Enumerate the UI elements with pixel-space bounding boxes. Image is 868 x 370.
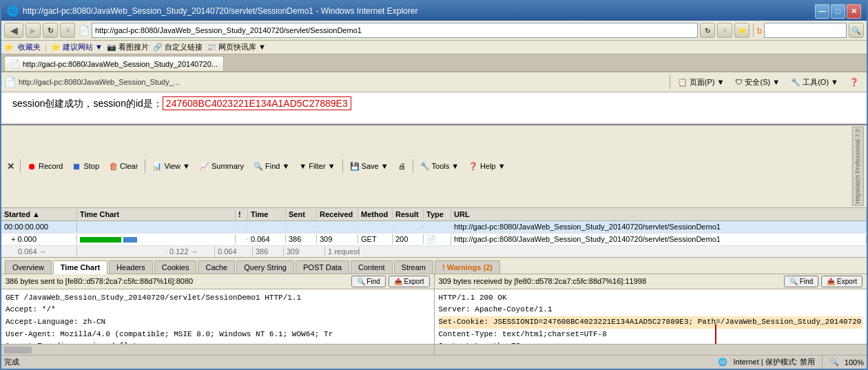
cell-type2: 📄 — [424, 234, 451, 245]
help-label: Help — [480, 162, 496, 170]
col-received[interactable]: Received — [317, 209, 358, 219]
address-icon: 📄 — [79, 25, 90, 36]
save-button[interactable]: 💾 Save ▼ — [346, 158, 393, 174]
browser-content: session创建成功，session的id是：247608BC4023221E… — [1, 92, 867, 124]
help-btn[interactable]: ❓ Help ▼ — [464, 158, 510, 174]
col-method[interactable]: Method — [358, 209, 393, 219]
window-frame: 🌐 http://gacl-pc:8080/JavaWeb_Session_St… — [0, 0, 868, 370]
request-line2: Accept: */* — [6, 304, 430, 316]
tab-overview[interactable]: Overview — [5, 260, 52, 274]
totals-arrow2: 0.122 → — [167, 247, 215, 256]
totals-started: 0.064 → — [15, 247, 77, 256]
cell-method — [358, 226, 393, 227]
tab-postdata[interactable]: POST Data — [296, 260, 349, 274]
clear-button[interactable]: 🗑 Clear — [105, 158, 142, 174]
col-timechart[interactable]: Time Chart — [77, 209, 236, 219]
stop-button[interactable]: ⏹ Stop — [68, 158, 103, 174]
forward-button[interactable]: ▶ — [25, 23, 41, 38]
address-input[interactable] — [92, 23, 698, 38]
help-menu[interactable]: ❓ — [845, 74, 864, 90]
hw-grid: 00:00:00.000 http://gacl-pc:8080/JavaWeb… — [1, 221, 867, 258]
search-input[interactable] — [764, 23, 847, 38]
col-time[interactable]: Time — [248, 209, 286, 219]
stop-btn2[interactable]: ✕ — [717, 23, 732, 38]
stop-nav-button[interactable]: ✕ — [60, 23, 75, 38]
response-line1: HTTP/1.1 200 OK — [439, 292, 863, 305]
hw-divider3 — [342, 159, 343, 173]
hw-left-content: GET /JavaWeb_Session_Study_20140720/serv… — [1, 289, 434, 344]
refresh-button[interactable]: ↻ — [43, 23, 58, 38]
cell-method2: GET — [358, 234, 393, 244]
cell-sent — [286, 226, 317, 227]
filter-icon: ▼ — [299, 162, 307, 170]
table-row[interactable]: 00:00:00.000 http://gacl-pc:8080/JavaWeb… — [1, 221, 867, 234]
col-url[interactable]: URL — [451, 209, 867, 219]
hw-left-header: 386 bytes sent to [fe80::d578:2ca7:c5fc:… — [1, 274, 434, 289]
record-button[interactable]: ⏺ Record — [23, 158, 67, 174]
tab-stream[interactable]: Stream — [394, 260, 433, 274]
right-export-button[interactable]: 📤 Export — [821, 276, 862, 287]
tools-label: Tools — [432, 162, 450, 170]
favorites-label[interactable]: 收藏夹 — [18, 42, 41, 52]
hw-right-scrollbar-h[interactable] — [435, 344, 867, 355]
tab-content[interactable]: Content — [351, 260, 393, 274]
fav-item-4[interactable]: 📰 网页快讯库 ▼ — [207, 42, 266, 52]
tab-timechart[interactable]: Time Chart — [53, 260, 107, 274]
page-menu[interactable]: 📋 页面(P) ▼ — [673, 74, 730, 90]
tab-warnings[interactable]: ! Warnings (2) — [435, 260, 500, 274]
cell-result2: 200 — [393, 234, 424, 244]
cell-received2: 309 — [317, 234, 358, 244]
fav-item-2[interactable]: 📷 看图搜片 — [107, 42, 149, 52]
favorites-star[interactable]: ⭐ — [734, 23, 750, 38]
col-sent[interactable]: Sent — [286, 209, 317, 219]
hw-divider2 — [145, 159, 145, 173]
tab-cookies[interactable]: Cookies — [154, 260, 197, 274]
status-text: 完成 — [4, 357, 19, 367]
bing-icon: b — [757, 25, 762, 36]
tools-menu[interactable]: 🔧 工具(O) ▼ — [786, 74, 843, 90]
tab-querystring[interactable]: Query String — [236, 260, 294, 274]
back-button[interactable]: ◀ — [4, 23, 23, 38]
find-button[interactable]: 🔍 Find ▼ — [249, 158, 293, 174]
tools-icon: 🔧 — [420, 162, 430, 171]
hw-x-button[interactable]: ✕ — [4, 160, 17, 173]
minimize-button[interactable]: — — [815, 4, 829, 19]
browser-tab-active[interactable]: 📄 http://gacl-pc:8080/JavaWeb_Session_St… — [4, 56, 224, 71]
view-button[interactable]: 📊 View ▼ — [148, 158, 194, 174]
table-row[interactable]: + 0.000 0.064 386 309 GET 200 📄 http://g… — [1, 234, 867, 246]
tab-headers[interactable]: Headers — [109, 260, 153, 274]
filter-button[interactable]: ▼ Filter ▼ — [295, 158, 339, 174]
col-started[interactable]: Started ▲ — [1, 209, 77, 219]
view-label: View — [164, 162, 180, 170]
fav-item-1[interactable]: ⭐ 建议网站 ▼ — [51, 42, 103, 52]
col-result[interactable]: Result — [393, 209, 424, 219]
col-warn[interactable]: ! — [236, 209, 248, 219]
print-button[interactable]: 🖨 — [394, 158, 410, 174]
col-type[interactable]: Type — [424, 209, 451, 219]
close-button[interactable]: ✕ — [847, 4, 861, 19]
left-bytes-label: 386 bytes sent to [fe80::d578:2ca7:c5fc:… — [6, 277, 193, 285]
refresh-btn2[interactable]: ↻ — [700, 23, 715, 38]
summary-button[interactable]: 📈 Summary — [196, 158, 248, 174]
left-export-button[interactable]: 📤 Export — [389, 276, 430, 287]
cell-received — [317, 226, 358, 227]
cell-url: http://gacl-pc:8080/JavaWeb_Session_Stud… — [451, 222, 867, 232]
tab-cache[interactable]: Cache — [198, 260, 235, 274]
safety-menu[interactable]: 🛡 安全(S) ▼ — [730, 74, 785, 90]
tools-btn[interactable]: 🔧 Tools ▼ — [416, 158, 464, 174]
left-find-button[interactable]: 🔍 Find — [351, 276, 386, 287]
fav-item-3[interactable]: 🔗 自定义链接 — [153, 42, 203, 52]
hw-left-scrollbar-h[interactable] — [1, 344, 434, 355]
hw-grid-header: Started ▲ Time Chart ! Time Sent Receive… — [1, 208, 867, 221]
table-row-totals: 0.064 → 0.122 → 0.064 386 309 1 request — [1, 246, 867, 257]
cell-type — [424, 226, 451, 227]
find-label: Find — [265, 162, 280, 170]
maximize-button[interactable]: □ — [831, 4, 845, 19]
clear-icon: 🗑 — [109, 161, 118, 172]
hw-version-badge: HttpWatch Professional 7.0 — [852, 127, 864, 206]
cell-warn — [236, 226, 248, 227]
search-button[interactable]: 🔍 — [849, 23, 864, 38]
totals-sent: 386 — [253, 247, 284, 256]
right-find-button[interactable]: 🔍 Find — [784, 276, 818, 287]
help-icon: ❓ — [468, 162, 478, 171]
